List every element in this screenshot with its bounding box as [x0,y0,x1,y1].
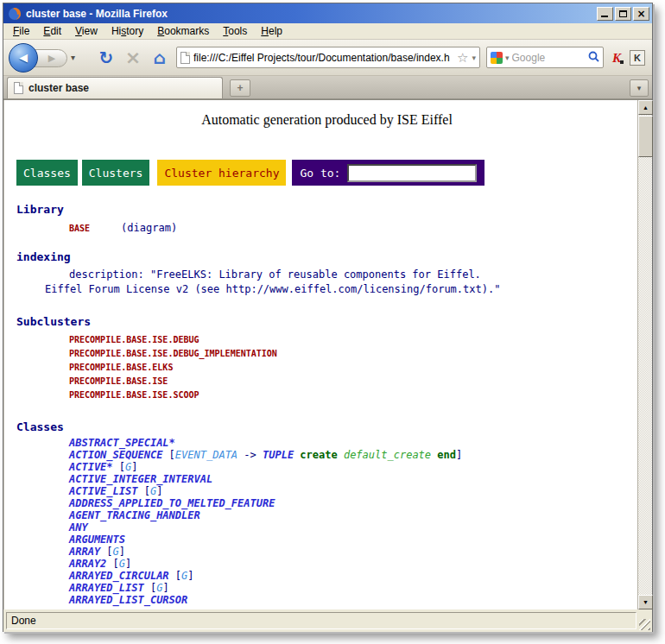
classes-list: ABSTRACT_SPECIAL* ACTION_SEQUENCE [EVENT… [16,437,637,606]
search-magnifier-icon[interactable] [588,50,599,66]
class-link[interactable]: ACTIVE_INTEGER_INTERVAL [69,473,212,485]
generic-param-link[interactable]: G [119,558,125,570]
stop-button[interactable]: × [123,47,143,69]
class-link[interactable]: ACTIVE [69,461,106,473]
window-controls: × [597,7,649,21]
class-link[interactable]: ANY [69,521,88,534]
clusters-button[interactable]: Clusters [82,160,150,186]
tab-cluster-base[interactable]: cluster base [7,77,223,98]
search-engine-dropdown-icon[interactable]: ▾ [505,54,510,62]
classes-button[interactable]: Classes [16,160,78,186]
minimize-icon [601,16,608,17]
subcluster-link[interactable]: PRECOMPILE.BASE.ISE [16,375,637,388]
class-link[interactable]: AGENT_TRACING_HANDLER [69,509,200,521]
toolbar-links: Classes Clusters Cluster hierarchy Go to… [16,160,637,186]
class-link[interactable]: ARRAYED_CIRCULAR [69,570,169,582]
subclusters-heading: Subclusters [16,315,637,328]
k-plugin-button[interactable]: K [630,50,645,66]
status-field: Done [6,612,636,629]
class-list-item: ANY [16,521,637,534]
class-list-item: ARRAY2 [G] [16,558,637,570]
indexing-description-line2: Eiffel Forum License v2 (see http://www.… [16,282,637,297]
minimize-button[interactable] [597,7,613,21]
library-base-link[interactable]: BASE [69,224,90,233]
reload-button[interactable]: ↻ [96,47,117,69]
title-bar[interactable]: cluster base - Mozilla Firefox × [3,3,652,23]
firefox-logo-icon [8,7,22,21]
class-list-item: ADDRESS_APPLIED_TO_MELTED_FEATURE [16,497,637,509]
home-button[interactable]: ⌂ [149,47,170,69]
class-list-item: ARRAY [G] [16,546,637,558]
scroll-down-button[interactable]: ▼ [638,595,653,609]
tab-list-button[interactable]: ▾ [630,79,649,97]
navigation-toolbar: ▶ ◀ ▾ ↻ × ⌂ ☆ ▾ ▾ K K [3,40,652,76]
back-forward-cluster: ▶ ◀ ▾ [9,41,90,74]
kaspersky-icon[interactable]: K [610,51,624,65]
class-link[interactable]: TUPLE [263,449,294,461]
library-heading: Library [16,203,637,216]
class-list-item: ARGUMENTS [16,534,637,546]
search-input[interactable] [512,52,586,64]
google-icon [491,52,503,64]
subcluster-link[interactable]: PRECOMPILE.BASE.ELKS [16,361,637,375]
deferred-marker: * [169,437,175,449]
back-button[interactable]: ◀ [9,43,38,73]
menu-tools[interactable]: Tools [217,24,253,38]
desktop-background: cluster base - Mozilla Firefox × File Ed… [0,0,665,644]
resize-grip-icon[interactable] [639,619,650,630]
class-link[interactable]: ARRAY2 [69,558,106,570]
address-bar: ☆ ▾ [176,47,480,68]
subcluster-link[interactable]: PRECOMPILE.BASE.ISE.SCOOP [16,388,637,402]
scrollbar-thumb[interactable] [638,116,653,157]
forward-icon: ▶ [48,53,55,64]
class-list-item: ACTIVE* [G] [16,461,637,473]
menu-history[interactable]: History [105,24,149,38]
bookmark-star-icon[interactable]: ☆ [457,50,468,66]
class-list-item: ARRAYED_LIST [G] [16,582,637,594]
library-diagram-link[interactable]: (diagram) [121,222,177,234]
cluster-hierarchy-button[interactable]: Cluster hierarchy [157,160,286,186]
class-link[interactable]: ARRAYED_LIST [69,582,144,594]
page-icon [180,52,190,64]
menu-view[interactable]: View [69,24,104,38]
class-link[interactable]: ACTIVE_LIST [69,485,137,497]
url-dropdown-icon[interactable]: ▾ [472,54,476,62]
status-bar: Done [3,609,652,632]
menu-file[interactable]: File [7,24,35,38]
class-link[interactable]: ARRAYED_LIST_CURSOR [69,594,187,606]
menu-bookmarks[interactable]: Bookmarks [151,24,215,38]
menu-edit[interactable]: Edit [37,24,67,38]
goto-input[interactable] [347,164,477,182]
deferred-marker: * [106,461,112,473]
class-link[interactable]: ABSTRACT_SPECIAL [69,437,169,449]
class-link[interactable]: ACTION_SEQUENCE [69,449,162,461]
menu-help[interactable]: Help [255,24,288,38]
history-dropdown-button[interactable]: ▾ [71,53,75,62]
window-title: cluster base - Mozilla Firefox [26,8,597,20]
library-entry: BASE (diagram) [16,222,637,234]
content-area: Automatic generation produced by ISE Eif… [3,99,652,609]
class-link[interactable]: ADDRESS_APPLIED_TO_MELTED_FEATURE [69,497,275,509]
url-input[interactable] [193,52,453,64]
class-list-item: ACTIVE_INTEGER_INTERVAL [16,473,637,485]
scroll-up-button[interactable]: ▲ [638,100,653,115]
vertical-scrollbar[interactable]: ▲ ▼ [637,100,652,609]
class-list-item: AGENT_TRACING_HANDLER [16,509,637,521]
generic-param-link[interactable]: EVENT_DATA [175,449,238,461]
generic-param-link[interactable]: G [113,546,119,558]
class-link[interactable]: ARRAY [69,546,100,558]
tab-bar: cluster base + ▾ [3,76,652,99]
subcluster-link[interactable]: PRECOMPILE.BASE.ISE.DEBUG [16,333,637,347]
subcluster-link[interactable]: PRECOMPILE.BASE.ISE.DEBUG_IMPLEMENTATION [16,347,637,361]
goto-label: Go to: [300,167,340,180]
back-icon: ◀ [19,51,28,64]
class-link[interactable]: ARGUMENTS [69,534,125,546]
subclusters-list: PRECOMPILE.BASE.ISE.DEBUG PRECOMPILE.BAS… [16,333,637,402]
class-list-item: ACTION_SEQUENCE [EVENT_DATA -> TUPLE cre… [16,449,637,461]
close-button[interactable]: × [633,7,649,21]
new-tab-button[interactable]: + [230,79,250,97]
reload-icon: ↻ [99,47,114,68]
maximize-button[interactable] [615,7,631,21]
class-list-item: ARRAYED_LIST_CURSOR [16,594,637,606]
home-icon: ⌂ [154,47,166,68]
